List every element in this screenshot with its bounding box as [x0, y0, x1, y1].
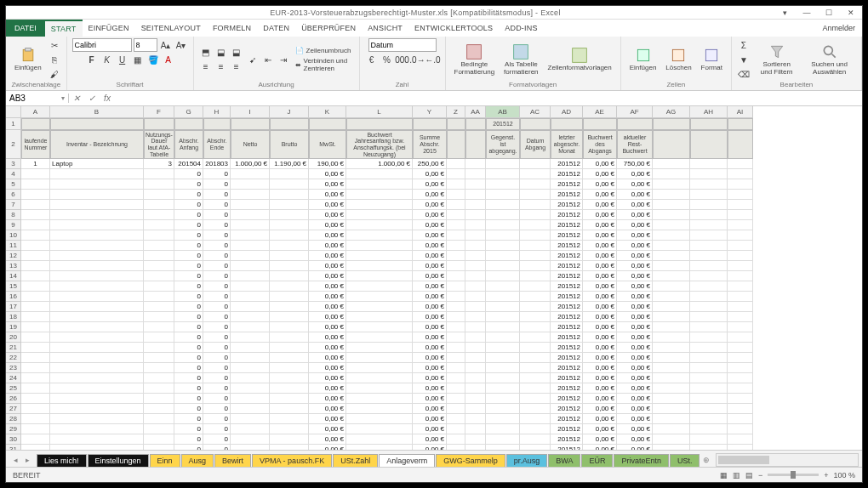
data-cell[interactable]: [270, 353, 309, 363]
data-cell[interactable]: 0,00 €: [309, 302, 346, 312]
data-cell[interactable]: [465, 394, 486, 404]
data-cell[interactable]: 0: [174, 190, 203, 200]
zoom-in-button[interactable]: +: [824, 471, 828, 479]
data-cell[interactable]: [144, 302, 174, 312]
data-cell[interactable]: [21, 251, 50, 261]
header-cell[interactable]: [653, 130, 690, 159]
data-cell[interactable]: [21, 322, 50, 332]
data-cell[interactable]: [520, 343, 551, 353]
data-cell[interactable]: 0: [174, 241, 203, 251]
data-cell[interactable]: 0,00 €: [309, 292, 346, 302]
data-cell[interactable]: 201512: [551, 322, 583, 332]
data-cell[interactable]: [50, 424, 144, 434]
data-cell[interactable]: [465, 281, 486, 292]
column-header[interactable]: AG: [653, 106, 690, 118]
data-cell[interactable]: [270, 241, 309, 251]
data-cell[interactable]: 3: [144, 159, 174, 169]
data-cell[interactable]: [231, 383, 270, 394]
header-cell[interactable]: Abschr. Anfang: [174, 130, 203, 159]
data-cell[interactable]: 0,00 €: [413, 200, 447, 210]
header-cell[interactable]: [144, 118, 174, 130]
header-cell[interactable]: 201512: [486, 118, 520, 130]
data-cell[interactable]: [447, 353, 465, 363]
data-cell[interactable]: [690, 312, 728, 322]
format-cells-button[interactable]: Format: [698, 45, 726, 74]
data-cell[interactable]: [144, 312, 174, 322]
data-cell[interactable]: 201512: [551, 312, 583, 322]
data-cell[interactable]: 0,00 €: [617, 414, 653, 424]
data-cell[interactable]: [653, 322, 690, 332]
data-cell[interactable]: [346, 332, 413, 343]
data-cell[interactable]: [270, 424, 309, 434]
data-cell[interactable]: [653, 292, 690, 302]
data-cell[interactable]: [270, 271, 309, 281]
data-cell[interactable]: [270, 445, 309, 450]
data-cell[interactable]: 0: [174, 271, 203, 281]
data-cell[interactable]: [447, 179, 465, 190]
tab-seitenlayout[interactable]: SEITENLAYOUT: [135, 20, 207, 37]
data-cell[interactable]: 0: [174, 210, 203, 220]
data-cell[interactable]: [486, 434, 520, 445]
minimize-button[interactable]: ―: [796, 6, 818, 20]
column-header[interactable]: AC: [520, 106, 551, 118]
data-cell[interactable]: [728, 434, 753, 445]
data-cell[interactable]: 0,00 €: [583, 179, 617, 190]
column-header[interactable]: A: [21, 106, 50, 118]
data-cell[interactable]: [231, 353, 270, 363]
login-link[interactable]: Anmelder: [815, 20, 862, 37]
cell-styles-button[interactable]: Zellenformatvorlagen: [545, 45, 615, 74]
data-cell[interactable]: [728, 220, 753, 230]
data-cell[interactable]: [465, 404, 486, 414]
data-cell[interactable]: [50, 445, 144, 450]
data-cell[interactable]: [653, 159, 690, 169]
data-cell[interactable]: [728, 353, 753, 363]
header-cell[interactable]: [520, 118, 551, 130]
data-cell[interactable]: [465, 373, 486, 383]
data-cell[interactable]: [690, 353, 728, 363]
data-cell[interactable]: 0,00 €: [309, 169, 346, 179]
data-cell[interactable]: 0: [203, 353, 231, 363]
data-cell[interactable]: 0,00 €: [617, 261, 653, 271]
data-cell[interactable]: [231, 404, 270, 414]
data-cell[interactable]: 0,00 €: [413, 292, 447, 302]
data-cell[interactable]: 0,00 €: [413, 190, 447, 200]
data-cell[interactable]: [520, 179, 551, 190]
row-header[interactable]: 22: [6, 353, 21, 363]
data-cell[interactable]: [270, 332, 309, 343]
data-cell[interactable]: 0: [203, 190, 231, 200]
data-cell[interactable]: [144, 404, 174, 414]
data-cell[interactable]: [465, 179, 486, 190]
data-cell[interactable]: 201512: [551, 220, 583, 230]
header-cell[interactable]: Nutzungs-Dauer laut AfA-Tabelle: [144, 130, 174, 159]
data-cell[interactable]: 201512: [551, 251, 583, 261]
data-cell[interactable]: 0: [203, 302, 231, 312]
currency-button[interactable]: €: [365, 53, 379, 66]
tab-entwicklertools[interactable]: ENTWICKLERTOOLS: [408, 20, 499, 37]
data-cell[interactable]: [270, 200, 309, 210]
data-cell[interactable]: 0,00 €: [583, 271, 617, 281]
data-cell[interactable]: [465, 169, 486, 179]
data-cell[interactable]: [270, 383, 309, 394]
data-cell[interactable]: [21, 292, 50, 302]
data-cell[interactable]: 0: [174, 414, 203, 424]
data-cell[interactable]: 0,00 €: [617, 353, 653, 363]
row-header[interactable]: 17: [6, 302, 21, 312]
data-cell[interactable]: 0: [174, 353, 203, 363]
font-color-button[interactable]: A: [162, 53, 175, 66]
data-cell[interactable]: [270, 261, 309, 271]
data-cell[interactable]: [465, 230, 486, 241]
data-cell[interactable]: 0: [203, 200, 231, 210]
data-cell[interactable]: [346, 179, 413, 190]
autosum-button[interactable]: Σ: [737, 38, 751, 52]
header-cell[interactable]: [174, 118, 203, 130]
data-cell[interactable]: [690, 190, 728, 200]
data-cell[interactable]: [231, 424, 270, 434]
header-cell[interactable]: [447, 130, 465, 159]
data-cell[interactable]: [486, 332, 520, 343]
tab-ueberpruefen[interactable]: ÜBERPRÜFEN: [295, 20, 362, 37]
data-cell[interactable]: 0: [174, 200, 203, 210]
data-cell[interactable]: [231, 312, 270, 322]
data-cell[interactable]: [50, 220, 144, 230]
data-cell[interactable]: [270, 373, 309, 383]
data-cell[interactable]: [690, 220, 728, 230]
